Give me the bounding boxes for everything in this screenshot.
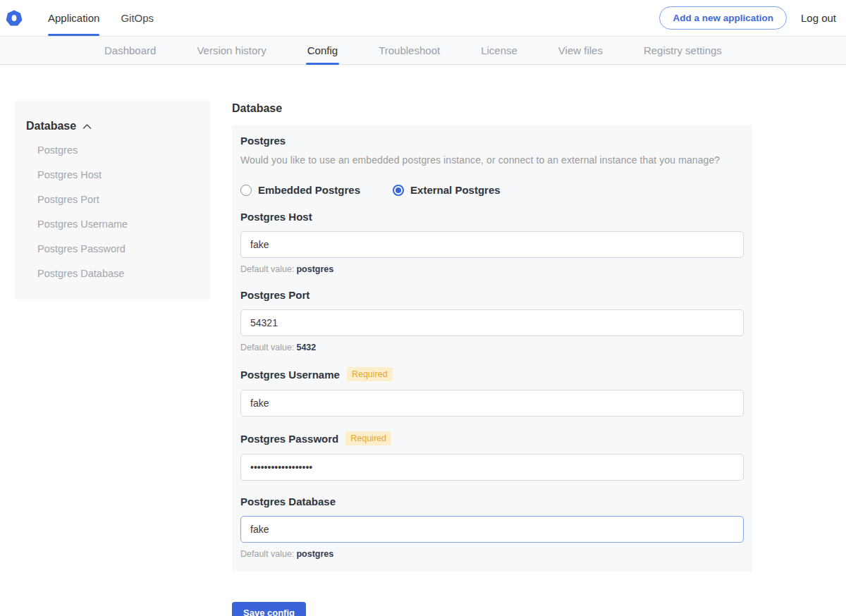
radio-embedded-postgres-circle[interactable]: [240, 185, 252, 196]
group-title-postgres: Postgres: [240, 135, 744, 147]
field-postgres-port: Postgres Port Default value:5432: [240, 289, 744, 352]
app-header: Application GitOps Add a new application…: [0, 0, 846, 37]
postgres-username-label: Postgres Username: [240, 369, 340, 381]
postgres-host-label: Postgres Host: [240, 211, 312, 223]
save-config-button[interactable]: Save config: [232, 602, 306, 616]
postgres-database-default-value: postgres: [296, 549, 333, 559]
logout-link[interactable]: Log out: [801, 12, 836, 24]
tab-application[interactable]: Application: [48, 0, 99, 36]
postgres-host-default-value: postgres: [296, 264, 333, 274]
sidebar-item-postgres-username[interactable]: Postgres Username: [26, 217, 199, 231]
postgres-database-default-prefix: Default value:: [240, 549, 294, 559]
subnav-version-history-label: Version history: [197, 44, 266, 56]
postgres-port-default-prefix: Default value:: [240, 343, 294, 352]
sidebar-item-postgres-password[interactable]: Postgres Password: [26, 242, 199, 256]
subnav-item-config[interactable]: Config: [307, 37, 338, 64]
postgres-database-help: Default value:postgres: [240, 549, 744, 559]
subnav-item-registry-settings[interactable]: Registry settings: [644, 37, 722, 64]
field-postgres-username: Postgres Username Required: [240, 367, 744, 417]
subnav-item-troubleshoot[interactable]: Troubleshoot: [379, 37, 440, 64]
config-group-panel: Postgres Would you like to use an embedd…: [232, 125, 752, 572]
radio-embedded-postgres[interactable]: Embedded Postgres: [240, 184, 360, 196]
subnav-dashboard-label: Dashboard: [104, 44, 156, 56]
section-title: Database: [232, 102, 752, 115]
config-main: Database Postgres Would you like to use …: [232, 101, 752, 616]
tab-gitops[interactable]: GitOps: [121, 0, 154, 36]
config-sidebar: Database Postgres Postgres Host Postgres…: [15, 101, 210, 300]
postgres-database-input[interactable]: [240, 516, 744, 543]
kots-logo-icon: [6, 10, 23, 27]
postgres-port-default-value: 5432: [296, 343, 316, 352]
chevron-up-icon: [82, 123, 92, 130]
subnav-item-license[interactable]: License: [481, 37, 517, 64]
postgres-port-help: Default value:5432: [240, 343, 744, 352]
subnav-troubleshoot-label: Troubleshoot: [379, 44, 440, 56]
sidebar-item-postgres[interactable]: Postgres: [26, 143, 199, 157]
postgres-port-input[interactable]: [240, 309, 744, 336]
header-tabs: Application GitOps: [48, 0, 175, 36]
postgres-mode-radio-group: Embedded Postgres External Postgres: [240, 184, 744, 196]
subnav-license-label: License: [481, 44, 517, 56]
postgres-username-input[interactable]: [240, 390, 744, 417]
header-actions: Add a new application Log out: [659, 0, 846, 36]
subnav-item-dashboard[interactable]: Dashboard: [104, 37, 156, 64]
radio-external-postgres[interactable]: External Postgres: [393, 184, 501, 196]
tab-gitops-label: GitOps: [121, 12, 154, 24]
sidebar-item-postgres-database[interactable]: Postgres Database: [26, 266, 199, 281]
postgres-database-label: Postgres Database: [240, 495, 336, 507]
radio-embedded-postgres-label: Embedded Postgres: [258, 184, 360, 196]
postgres-password-input[interactable]: [240, 454, 744, 481]
sidebar-item-postgres-port[interactable]: Postgres Port: [26, 192, 199, 207]
postgres-port-label: Postgres Port: [240, 289, 309, 301]
radio-external-postgres-circle[interactable]: [393, 185, 404, 196]
app-subnav: Dashboard Version history Config Trouble…: [0, 37, 846, 65]
tab-application-label: Application: [48, 12, 99, 24]
radio-external-postgres-label: External Postgres: [410, 184, 501, 196]
config-content: Database Postgres Postgres Host Postgres…: [0, 65, 846, 616]
sidebar-group-database-label: Database: [26, 120, 76, 133]
subnav-view-files-label: View files: [558, 44, 603, 56]
app-logo: [6, 0, 23, 36]
field-postgres-database: Postgres Database Default value:postgres: [240, 495, 744, 559]
postgres-host-help: Default value:postgres: [240, 264, 744, 274]
add-new-application-button[interactable]: Add a new application: [659, 6, 787, 30]
subnav-item-view-files[interactable]: View files: [558, 37, 603, 64]
subnav-registry-settings-label: Registry settings: [644, 44, 722, 56]
postgres-password-label: Postgres Password: [240, 433, 338, 445]
group-description: Would you like to use an embedded postgr…: [240, 154, 744, 166]
subnav-item-version-history[interactable]: Version history: [197, 37, 266, 64]
subnav-config-label: Config: [307, 44, 338, 56]
postgres-password-required-badge: Required: [345, 431, 391, 445]
field-postgres-password: Postgres Password Required: [240, 431, 744, 481]
postgres-username-required-badge: Required: [347, 367, 393, 381]
sidebar-item-postgres-host[interactable]: Postgres Host: [26, 168, 199, 182]
postgres-host-default-prefix: Default value:: [240, 264, 294, 274]
postgres-host-input[interactable]: [240, 231, 744, 258]
sidebar-group-database[interactable]: Database: [26, 120, 199, 133]
field-postgres-host: Postgres Host Default value:postgres: [240, 211, 744, 274]
